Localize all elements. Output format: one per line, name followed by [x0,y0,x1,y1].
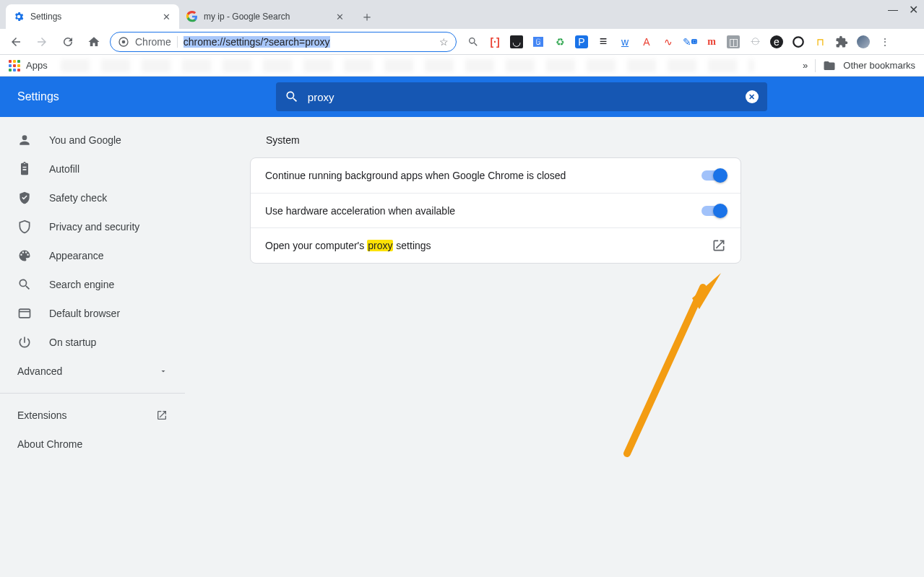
sidebar-item-label: Search engine [49,279,114,290]
sidebar-item-search-engine[interactable]: Search engine [0,270,185,299]
clear-search-icon[interactable]: ✕ [746,90,759,103]
sidebar-item-appearance[interactable]: Appearance [0,241,185,270]
system-settings-card: Continue running background apps when Go… [250,157,741,264]
toggle-background-apps[interactable] [701,170,726,181]
extension-icon[interactable]: P [575,35,588,48]
back-button[interactable] [6,32,26,52]
tab-title: Settings [30,12,155,22]
sidebar-about-chrome[interactable]: About Chrome [0,430,185,459]
extension-icon[interactable]: ∿ [662,35,675,48]
sidebar-item-label: Advanced [17,365,62,377]
sidebar-item-privacy-security[interactable]: Privacy and security [0,212,185,241]
apps-grid-icon [9,60,20,71]
new-tab-button[interactable]: ＋ [357,6,377,27]
browser-tabstrip: Settings ✕ my ip - Google Search ✕ ＋ — ✕ [0,0,924,29]
svg-rect-3 [20,309,30,318]
open-external-icon [156,409,168,421]
omnibox-chip: Chrome [135,36,171,48]
svg-point-1 [122,40,126,43]
svg-point-2 [793,37,803,47]
row-label: Open your computer's proxy settings [265,240,712,251]
extension-icon[interactable]: ◡ [510,35,523,48]
clipboard-icon [17,162,32,176]
avatar[interactable] [857,35,870,48]
row-open-proxy-settings[interactable]: Open your computer's proxy settings [251,227,741,263]
close-icon[interactable]: ✕ [908,4,918,14]
sidebar-item-label: Safety check [49,192,107,204]
google-g-icon [186,11,198,22]
overflow-icon[interactable]: » [803,60,808,71]
sidebar-item-label: You and Google [49,134,121,146]
shield-check-icon [17,191,32,205]
window-controls: — ✕ [888,4,918,14]
bookmarks-bar: Apps » Other bookmarks [0,55,924,77]
apps-button[interactable]: Apps [9,60,48,71]
settings-search[interactable]: ✕ [276,82,767,111]
browser-tab-settings[interactable]: Settings ✕ [6,4,179,29]
extension-icon[interactable]: ✎□ [683,35,696,48]
search-icon [17,277,32,292]
minimize-icon[interactable]: — [888,4,898,14]
sidebar-item-label: Autofill [49,163,79,175]
reload-button[interactable] [58,32,78,52]
sidebar-item-default-browser[interactable]: Default browser [0,299,185,328]
extension-icon[interactable]: A [640,35,653,48]
kebab-menu-icon[interactable]: ⋮ [878,35,891,48]
extension-icon[interactable] [792,35,805,48]
browser-tab-google-search[interactable]: my ip - Google Search ✕ [179,4,353,29]
site-info-icon[interactable] [118,36,129,48]
search-icon[interactable] [467,35,480,48]
row-label: Continue running background apps when Go… [265,170,701,181]
browser-toolbar: Chrome chrome://settings/?search=proxy ☆… [0,29,924,55]
row-background-apps[interactable]: Continue running background apps when Go… [251,158,741,193]
close-icon[interactable]: ✕ [160,11,172,22]
extension-icon[interactable]: ⊓ [813,35,826,48]
omnibox[interactable]: Chrome chrome://settings/?search=proxy ☆ [110,32,457,52]
home-button[interactable] [84,32,104,52]
row-hardware-accel[interactable]: Use hardware acceleration when available [251,193,741,227]
sidebar-item-safety-check[interactable]: Safety check [0,183,185,212]
browser-icon [17,306,32,321]
settings-page: Settings ✕ You and Google Autofill Safet… [0,77,924,577]
extension-icon[interactable]: ♻ [553,35,566,48]
sidebar-advanced-expand[interactable]: Advanced [0,357,185,386]
toggle-hardware-accel[interactable] [701,206,726,216]
settings-sidebar: You and Google Autofill Safety check Pri… [0,117,185,577]
other-bookmarks-button[interactable]: Other bookmarks [843,60,915,71]
open-external-icon[interactable] [712,238,726,253]
section-title: System [266,134,924,146]
close-icon[interactable]: ✕ [334,11,345,22]
extension-icon[interactable]: w [618,35,631,48]
extension-icon[interactable]: e [770,35,783,48]
sidebar-item-on-startup[interactable]: On startup [0,328,185,357]
tab-title: my ip - Google Search [204,12,328,22]
extension-icon[interactable]: m [705,35,718,48]
settings-search-input[interactable] [308,91,737,103]
bookmarks-blurred [61,59,754,72]
sidebar-item-label: On startup [49,337,96,348]
extension-icon[interactable]: ≡ [597,35,610,48]
bookmark-star-icon[interactable]: ☆ [439,36,449,48]
extension-icon[interactable]: 🅶 [532,35,545,48]
extension-icons: [·] ◡ 🅶 ♻ P ≡ w A ∿ ✎□ m ◫ ⦵ e ⊓ ⋮ [467,35,891,48]
sidebar-extensions-link[interactable]: Extensions [0,401,185,430]
extension-icon[interactable]: ⦵ [748,35,761,48]
sidebar-item-label: Extensions [17,409,66,421]
folder-icon [823,59,836,72]
sidebar-item-label: About Chrome [17,438,82,450]
extension-icon[interactable]: [·] [488,35,501,48]
settings-header: Settings ✕ [0,77,924,117]
extensions-icon[interactable] [835,35,848,48]
page-title: Settings [17,90,59,103]
row-label: Use hardware acceleration when available [265,205,701,217]
search-icon [285,90,299,104]
power-icon [17,335,32,350]
sidebar-item-you-and-google[interactable]: You and Google [0,126,185,155]
forward-button[interactable] [32,32,52,52]
extension-icon[interactable]: ◫ [727,35,740,48]
person-icon [17,133,32,147]
gear-icon [13,11,25,22]
sidebar-item-autofill[interactable]: Autofill [0,155,185,183]
shield-icon [17,220,32,234]
settings-content: System Continue running background apps … [185,117,924,577]
